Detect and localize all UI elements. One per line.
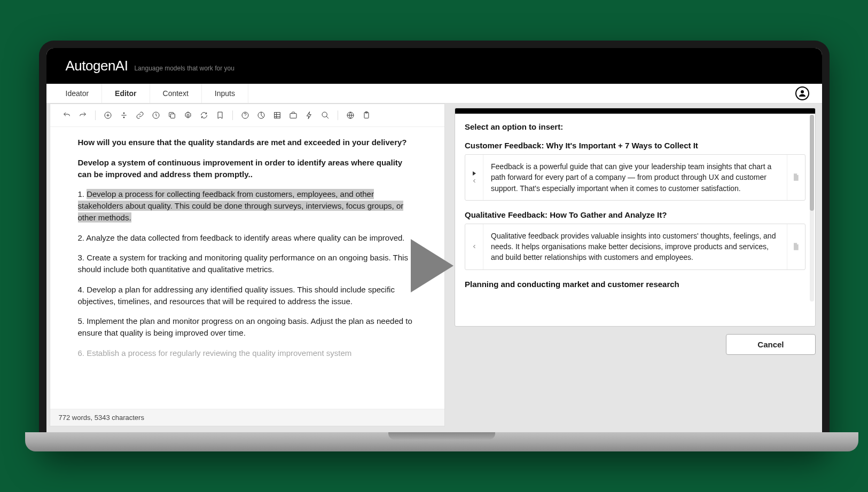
editor-item-2: 2. Analyze the data collected from feedb… — [78, 232, 417, 244]
table-icon[interactable] — [272, 110, 282, 120]
option-doc-action[interactable] — [787, 155, 805, 200]
laptop-base — [25, 432, 858, 451]
bookmark-icon[interactable] — [215, 110, 225, 120]
chevron-left-icon — [471, 243, 478, 250]
globe-icon[interactable] — [346, 110, 355, 120]
svg-point-11 — [322, 112, 327, 117]
insert-card: Select an option to insert: Customer Fee… — [455, 108, 815, 327]
undo-icon[interactable] — [62, 110, 72, 120]
svg-point-3 — [123, 117, 124, 118]
editor-item-3: 3. Create a system for tracking and moni… — [78, 252, 417, 275]
chart-icon[interactable] — [256, 110, 266, 120]
panel-topbar — [455, 108, 815, 114]
tab-inputs[interactable]: Inputs — [202, 84, 248, 103]
editor-item-6: 6. Establish a process for regularly rev… — [78, 347, 417, 359]
editor-subheading: Develop a system of continuous improveme… — [78, 157, 417, 180]
scrollbar-thumb[interactable] — [810, 115, 814, 211]
refresh-icon[interactable] — [199, 110, 209, 120]
option-nav-left[interactable] — [465, 224, 483, 269]
clipboard-icon[interactable] — [362, 110, 371, 120]
add-icon[interactable] — [103, 110, 113, 120]
status-bar: 772 words, 5343 characters — [50, 409, 445, 426]
briefcase-icon[interactable] — [288, 110, 298, 120]
option-doc-action[interactable] — [787, 224, 805, 269]
search-icon[interactable] — [320, 110, 330, 120]
svg-rect-10 — [290, 114, 296, 118]
svg-point-0 — [801, 90, 804, 93]
play-icon — [471, 170, 478, 177]
redo-icon[interactable] — [78, 110, 88, 120]
link-icon[interactable] — [135, 110, 145, 120]
insert-option: Customer Feedback: Why It's Important + … — [465, 141, 805, 201]
editor-content[interactable]: How will you ensure that the quality sta… — [50, 127, 445, 409]
main-content: How will you ensure that the quality sta… — [46, 104, 822, 426]
editor-heading: How will you ensure that the quality sta… — [78, 137, 417, 148]
option-title: Customer Feedback: Why It's Important + … — [465, 141, 805, 150]
option-body: Qualitative feedback provides valuable i… — [483, 224, 786, 269]
tab-ideator[interactable]: Ideator — [53, 84, 103, 103]
tab-bar: Ideator Editor Context Inputs — [46, 84, 822, 104]
option-nav-left[interactable] — [465, 155, 483, 200]
profile-icon[interactable] — [795, 86, 809, 100]
clock-icon[interactable] — [151, 110, 161, 120]
option-title: Planning and conducting market and custo… — [465, 280, 805, 289]
bolt-icon[interactable] — [304, 110, 314, 120]
editor-pane: How will you ensure that the quality sta… — [50, 104, 445, 426]
brand-name: AutogenAI — [66, 58, 128, 74]
option-title: Qualitative Feedback: How To Gather and … — [465, 210, 805, 219]
svg-point-2 — [123, 113, 124, 114]
editor-toolbar — [50, 104, 445, 127]
document-icon — [792, 172, 800, 182]
gear-icon[interactable] — [183, 110, 193, 120]
option-card[interactable]: Feedback is a powerful guide that can gi… — [465, 154, 805, 201]
insert-option: Planning and conducting market and custo… — [465, 280, 805, 289]
laptop-frame: AutogenAI Language models that work for … — [39, 41, 830, 451]
svg-rect-9 — [274, 113, 280, 118]
laptop-notch — [388, 432, 495, 440]
app-header: AutogenAI Language models that work for … — [46, 48, 822, 84]
chevron-left-icon — [471, 178, 478, 184]
highlighted-text: Develop a process for collecting feedbac… — [78, 189, 404, 223]
insert-option: Qualitative Feedback: How To Gather and … — [465, 210, 805, 270]
panel-scrollbar[interactable] — [810, 115, 814, 301]
divide-icon[interactable] — [119, 110, 129, 120]
svg-rect-5 — [170, 114, 175, 118]
insert-panel: Select an option to insert: Customer Fee… — [455, 108, 815, 426]
copy-icon[interactable] — [167, 110, 177, 120]
editor-item-5: 5. Implement the plan and monitor progre… — [78, 315, 417, 339]
editor-item-4: 4. Develop a plan for addressing any ide… — [78, 284, 417, 307]
tab-context[interactable]: Context — [150, 84, 202, 103]
document-icon — [792, 241, 800, 252]
app-screen: AutogenAI Language models that work for … — [46, 48, 822, 432]
panel-prompt: Select an option to insert: — [465, 122, 805, 131]
insert-arrow-icon[interactable] — [411, 239, 453, 292]
tab-editor[interactable]: Editor — [102, 84, 150, 103]
option-card[interactable]: Qualitative feedback provides valuable i… — [465, 224, 805, 270]
editor-item-1: 1. Develop a process for collecting feed… — [78, 188, 417, 223]
brand-tagline: Language models that work for you — [134, 65, 234, 72]
cancel-button[interactable]: Cancel — [726, 334, 815, 355]
option-body: Feedback is a powerful guide that can gi… — [483, 155, 786, 200]
svg-point-6 — [187, 114, 189, 116]
help-icon[interactable] — [240, 110, 250, 120]
